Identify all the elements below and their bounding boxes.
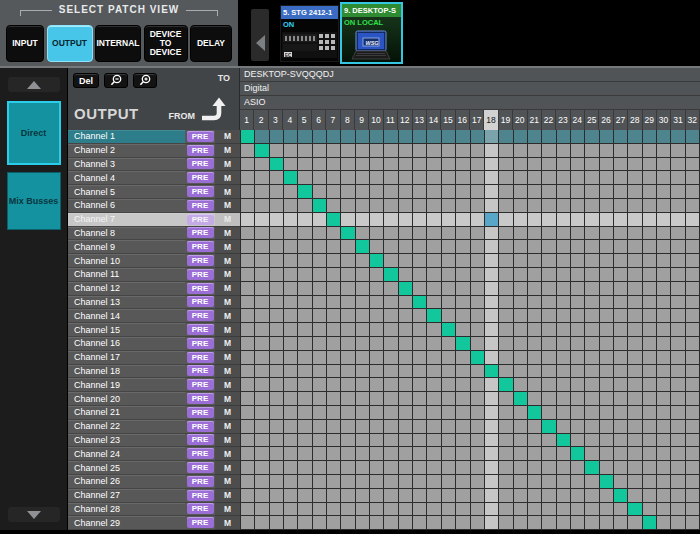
patch-cell[interactable] — [255, 144, 269, 158]
patch-cell[interactable] — [442, 447, 456, 461]
patch-cell[interactable] — [284, 158, 298, 172]
patch-cell[interactable] — [628, 227, 642, 241]
patch-cell[interactable] — [399, 144, 413, 158]
patch-cell[interactable] — [542, 475, 556, 489]
patch-cell[interactable] — [671, 296, 685, 310]
patch-cell[interactable] — [270, 144, 284, 158]
patch-cell[interactable] — [255, 489, 269, 503]
patch-cell[interactable] — [356, 475, 370, 489]
patch-cell[interactable] — [270, 351, 284, 365]
patch-cell[interactable] — [528, 351, 542, 365]
patch-cell[interactable] — [341, 254, 355, 268]
patch-cell[interactable] — [341, 351, 355, 365]
patch-cell[interactable] — [284, 227, 298, 241]
patch-cell[interactable] — [370, 434, 384, 448]
patch-cell[interactable] — [471, 323, 485, 337]
zoom-in-button[interactable] — [133, 73, 157, 88]
patch-cell[interactable] — [528, 227, 542, 241]
patch-cell[interactable] — [384, 420, 398, 434]
channel-label[interactable]: Channel 25 — [68, 461, 185, 475]
patch-cell[interactable] — [341, 227, 355, 241]
patch-cell[interactable] — [456, 323, 470, 337]
patch-cell[interactable] — [542, 392, 556, 406]
patch-cell[interactable] — [413, 447, 427, 461]
patch-cell[interactable] — [413, 503, 427, 517]
patch-cell[interactable] — [471, 282, 485, 296]
patch-cell[interactable] — [255, 516, 269, 530]
patch-cell[interactable] — [413, 420, 427, 434]
patch-cell[interactable] — [255, 475, 269, 489]
patch-cell[interactable] — [384, 227, 398, 241]
patch-cell[interactable] — [614, 392, 628, 406]
patch-cell[interactable] — [571, 392, 585, 406]
patch-cell[interactable] — [413, 254, 427, 268]
patch-cell[interactable] — [384, 130, 398, 144]
patch-cell[interactable] — [671, 406, 685, 420]
patch-cell[interactable] — [356, 378, 370, 392]
patch-cell[interactable] — [485, 199, 499, 213]
patch-cell[interactable] — [485, 489, 499, 503]
pre-button[interactable]: PRE — [187, 434, 214, 445]
patch-cell[interactable] — [657, 171, 671, 185]
patch-cell[interactable] — [456, 406, 470, 420]
patch-cell[interactable] — [284, 213, 298, 227]
patch-cell[interactable] — [399, 489, 413, 503]
patch-cell[interactable] — [600, 240, 614, 254]
patch-cell[interactable] — [628, 240, 642, 254]
patch-cell[interactable] — [686, 282, 700, 296]
patch-cell[interactable] — [686, 130, 700, 144]
patch-cell[interactable] — [643, 213, 657, 227]
patch-cell[interactable] — [571, 516, 585, 530]
patch-cell[interactable] — [657, 337, 671, 351]
patch-cell[interactable] — [356, 503, 370, 517]
patch-cell[interactable] — [327, 296, 341, 310]
patch-cell[interactable] — [298, 185, 312, 199]
patch-cell[interactable] — [384, 185, 398, 199]
patch-cell[interactable] — [671, 268, 685, 282]
patch-cell[interactable] — [485, 254, 499, 268]
patch-cell[interactable] — [557, 158, 571, 172]
patch-cell[interactable] — [442, 378, 456, 392]
patch-cell[interactable] — [241, 282, 255, 296]
patch-cell[interactable] — [298, 365, 312, 379]
patch-cell[interactable] — [643, 309, 657, 323]
patch-cell[interactable] — [600, 213, 614, 227]
patch-cell[interactable] — [327, 309, 341, 323]
patch-cell[interactable] — [499, 461, 513, 475]
patch-cell[interactable] — [571, 144, 585, 158]
patch-cell[interactable] — [657, 254, 671, 268]
patch-cell[interactable] — [456, 254, 470, 268]
patch-cell[interactable] — [485, 158, 499, 172]
patch-cell[interactable] — [585, 392, 599, 406]
patch-cell[interactable] — [442, 392, 456, 406]
patch-cell[interactable] — [628, 254, 642, 268]
patch-cell[interactable] — [427, 489, 441, 503]
patch-cell[interactable] — [499, 254, 513, 268]
patch-cell[interactable] — [370, 130, 384, 144]
patch-cell[interactable] — [370, 185, 384, 199]
patch-cell[interactable] — [241, 392, 255, 406]
patch-cell[interactable] — [686, 337, 700, 351]
patch-cell[interactable] — [585, 130, 599, 144]
patch-cell[interactable] — [614, 309, 628, 323]
patch-cell[interactable] — [542, 447, 556, 461]
patch-cell[interactable] — [298, 199, 312, 213]
patch-cell[interactable] — [542, 282, 556, 296]
patch-cell[interactable] — [270, 420, 284, 434]
patch-cell[interactable] — [471, 434, 485, 448]
patch-cell[interactable] — [643, 171, 657, 185]
patch-cell[interactable] — [313, 365, 327, 379]
patch-cell[interactable] — [356, 337, 370, 351]
patch-cell[interactable] — [485, 406, 499, 420]
patch-cell[interactable] — [542, 199, 556, 213]
patch-view-button-internal[interactable]: INTERNAL — [95, 25, 141, 62]
patch-cell[interactable] — [571, 365, 585, 379]
pre-button[interactable]: PRE — [187, 310, 214, 321]
patch-cell[interactable] — [471, 309, 485, 323]
patch-cell[interactable] — [499, 434, 513, 448]
patch-cell[interactable] — [600, 406, 614, 420]
pre-button[interactable]: PRE — [187, 214, 214, 225]
patch-cell[interactable] — [327, 130, 341, 144]
patch-cell[interactable] — [413, 516, 427, 530]
patch-cell[interactable] — [643, 296, 657, 310]
